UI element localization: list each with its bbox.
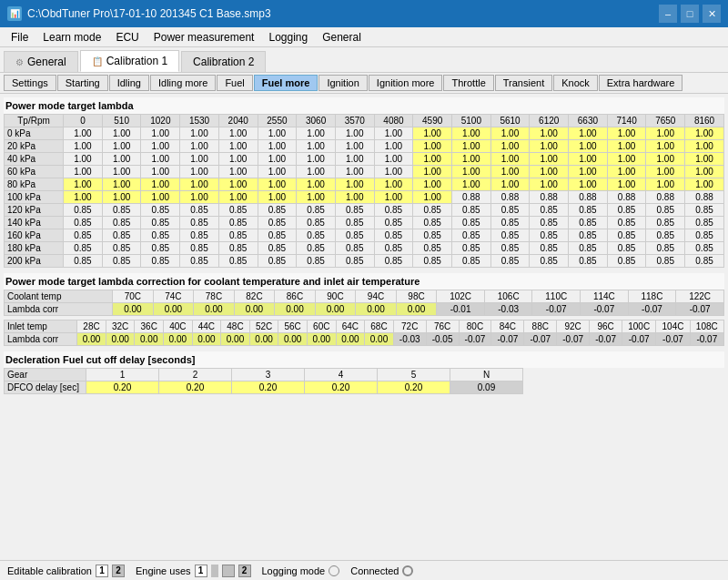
menu-power[interactable]: Power measurement — [147, 29, 262, 46]
titlebar-controls: – □ ✕ — [659, 5, 721, 23]
subtab-knock[interactable]: Knock — [553, 75, 598, 91]
menu-ecu[interactable]: ECU — [108, 29, 146, 46]
engine-uses: Engine uses 1 2 — [136, 565, 251, 577]
subtab-starting[interactable]: Starting — [57, 75, 108, 91]
inlet-table: Inlet temp 28C32C36C40C44C48C52C56C60C64… — [4, 320, 724, 346]
subtab-idling-more[interactable]: Idling more — [150, 75, 216, 91]
close-button[interactable]: ✕ — [703, 5, 721, 23]
logging-label: Logging mode — [262, 565, 326, 576]
section-title-lambda: Power mode target lambda — [4, 97, 724, 114]
table-row: 80 kPa 1.001.001.001.001.001.001.001.001… — [5, 178, 724, 191]
menu-learn[interactable]: Learn mode — [35, 29, 108, 46]
calib-box-2[interactable]: 2 — [112, 565, 125, 577]
tp-rpm-header: Tp/Rpm — [5, 115, 64, 127]
minimize-button[interactable]: – — [659, 5, 677, 23]
subtab-ignition[interactable]: Ignition — [318, 75, 367, 91]
engine-calib-2: 2 — [238, 565, 251, 577]
editable-label: Editable calibration — [7, 565, 92, 576]
tab-cal2-label: Calibration 2 — [193, 56, 254, 68]
window-title: C:\ObdTuner Pro\17-01-10 201345 C1 Base.… — [27, 7, 271, 20]
engine-uses-label: Engine uses — [136, 565, 191, 576]
subtab-fuel-more[interactable]: Fuel more — [254, 75, 318, 91]
table-row: 160 kPa 0.850.850.850.850.850.850.850.85… — [5, 229, 724, 242]
tab-calibration1[interactable]: 📋 Calibration 1 — [80, 50, 179, 72]
statusbar: Editable calibration 1 2 Engine uses 1 2… — [0, 560, 728, 580]
menubar: File Learn mode ECU Power measurement Lo… — [0, 27, 728, 47]
section-title-dfco: Decleration Fuel cut off delay [seconds] — [4, 351, 724, 368]
table-row: 60 kPa 1.001.001.001.001.001.001.001.001… — [5, 166, 724, 178]
connected-label: Connected — [350, 565, 399, 576]
coolant-table: Coolant temp 70C74C78C82C86C90C94C98C102… — [4, 290, 724, 316]
table-row: Coolant temp 70C74C78C82C86C90C94C98C102… — [5, 290, 724, 303]
subtab-settings[interactable]: Settings — [4, 75, 56, 91]
tab-cal1-label: Calibration 1 — [106, 55, 167, 67]
table-row: 100 kPa 1.001.001.001.001.001.001.001.00… — [5, 191, 724, 204]
subtabbar: Settings Starting Idling Idling more Fue… — [0, 73, 728, 94]
maximize-button[interactable]: □ — [681, 5, 699, 23]
titlebar: 📊 C:\ObdTuner Pro\17-01-10 201345 C1 Bas… — [0, 0, 728, 27]
subtab-ignition-more[interactable]: Ignition more — [369, 75, 443, 91]
table-row: 180 kPa 0.850.850.850.850.850.850.850.85… — [5, 242, 724, 255]
editable-calibration: Editable calibration 1 2 — [7, 565, 125, 577]
general-icon: ⚙ — [15, 57, 24, 67]
app-icon: 📊 — [7, 6, 22, 21]
logging-mode: Logging mode — [262, 565, 340, 576]
tab-general-label: General — [27, 56, 66, 68]
table-row: 140 kPa 0.850.850.850.850.850.850.850.85… — [5, 217, 724, 229]
connected-status: Connected — [350, 565, 413, 576]
table-row: 20 kPa 1.001.001.001.001.001.001.001.001… — [5, 140, 724, 153]
menu-logging[interactable]: Logging — [261, 29, 315, 46]
tab-calibration2[interactable]: Calibration 2 — [181, 51, 266, 72]
subtab-extra-hardware[interactable]: Extra hardware — [599, 75, 683, 91]
table-row: 0 kPa 1.001.001.001.001.001.001.001.001.… — [5, 127, 724, 140]
table-row: 120 kPa 0.850.850.850.850.850.850.850.85… — [5, 204, 724, 217]
table-row: 200 kPa 0.850.850.850.850.850.850.850.85… — [5, 255, 724, 268]
calib-box-1[interactable]: 1 — [96, 565, 108, 577]
titlebar-title: 📊 C:\ObdTuner Pro\17-01-10 201345 C1 Bas… — [7, 6, 271, 21]
table-row: Lambda corr 0.000.000.000.000.000.000.00… — [5, 303, 724, 316]
dfco-table: Gear 1 2 3 4 5 N DFCO delay [sec] 0.20 0… — [4, 368, 523, 394]
subtab-throttle[interactable]: Throttle — [443, 75, 493, 91]
section-title-correction: Power mode target lambda correction for … — [4, 273, 724, 290]
subtab-idling[interactable]: Idling — [109, 75, 149, 91]
tabbar: ⚙ General 📋 Calibration 1 Calibration 2 — [0, 47, 728, 73]
engine-calib-blank1 — [211, 565, 218, 577]
engine-calib-blank2 — [222, 565, 235, 577]
engine-calib-1: 1 — [195, 565, 207, 577]
table-row: Gear 1 2 3 4 5 N — [5, 369, 523, 382]
table-row: Inlet temp 28C32C36C40C44C48C52C56C60C64… — [5, 321, 724, 333]
menu-general[interactable]: General — [315, 29, 369, 46]
tab-general[interactable]: ⚙ General — [4, 51, 78, 72]
logging-radio[interactable] — [329, 565, 339, 576]
cal1-icon: 📋 — [92, 56, 103, 66]
lambda-table: Tp/Rpm 0 510 1020 1530 2040 2550 3060 35… — [4, 114, 724, 268]
subtab-fuel[interactable]: Fuel — [217, 75, 252, 91]
table-row: DFCO delay [sec] 0.20 0.20 0.20 0.20 0.2… — [5, 382, 523, 394]
table-row: 40 kPa 1.001.001.001.001.001.001.001.001… — [5, 153, 724, 166]
menu-file[interactable]: File — [4, 29, 35, 46]
connected-indicator — [402, 565, 413, 576]
subtab-transient[interactable]: Transient — [495, 75, 552, 91]
table-row: Lambda corr 0.000.000.000.000.000.000.00… — [5, 333, 724, 346]
content-area: Power mode target lambda Tp/Rpm 0 510 10… — [0, 94, 728, 398]
